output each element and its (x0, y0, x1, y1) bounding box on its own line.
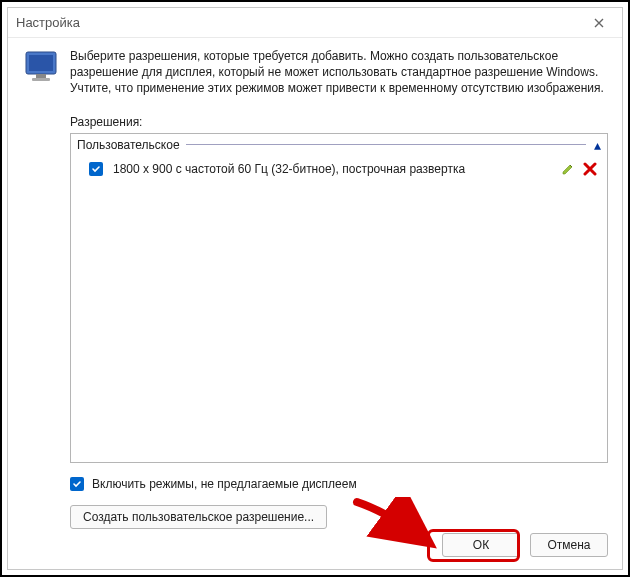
resolution-label: 1800 x 900 с частотой 60 Гц (32-битное),… (113, 162, 557, 176)
svg-rect-1 (29, 55, 53, 71)
resolution-item[interactable]: 1800 x 900 с частотой 60 Гц (32-битное),… (71, 156, 607, 182)
create-resolution-button[interactable]: Создать пользовательское разрешение... (70, 505, 327, 529)
pencil-icon[interactable] (557, 158, 579, 180)
resolutions-list: Пользовательское ▴ 1800 x 900 с частотой… (70, 133, 608, 463)
dialog-title: Настройка (16, 15, 80, 30)
group-header-custom[interactable]: Пользовательское ▴ (71, 134, 607, 156)
svg-rect-3 (32, 78, 50, 81)
enable-unsupported-label: Включить режимы, не предлагаемые дисплее… (92, 477, 357, 491)
monitor-icon (24, 50, 62, 89)
dialog-window: Настройка Выберите разрешения, которые т… (7, 7, 623, 570)
group-title: Пользовательское (77, 138, 180, 152)
delete-icon[interactable] (579, 158, 601, 180)
close-icon[interactable] (584, 13, 614, 33)
svg-rect-2 (36, 74, 46, 78)
cancel-button[interactable]: Отмена (530, 533, 608, 557)
enable-unsupported-option[interactable]: Включить режимы, не предлагаемые дисплее… (70, 477, 608, 491)
checkbox-icon[interactable] (70, 477, 84, 491)
description-text: Выберите разрешения, которые требуется д… (70, 48, 608, 97)
ok-button[interactable]: ОК (442, 533, 520, 557)
resolutions-label: Разрешения: (70, 115, 608, 129)
titlebar: Настройка (8, 8, 622, 38)
chevron-up-icon: ▴ (594, 137, 601, 153)
group-line (186, 144, 586, 145)
checkbox-icon[interactable] (89, 162, 103, 176)
